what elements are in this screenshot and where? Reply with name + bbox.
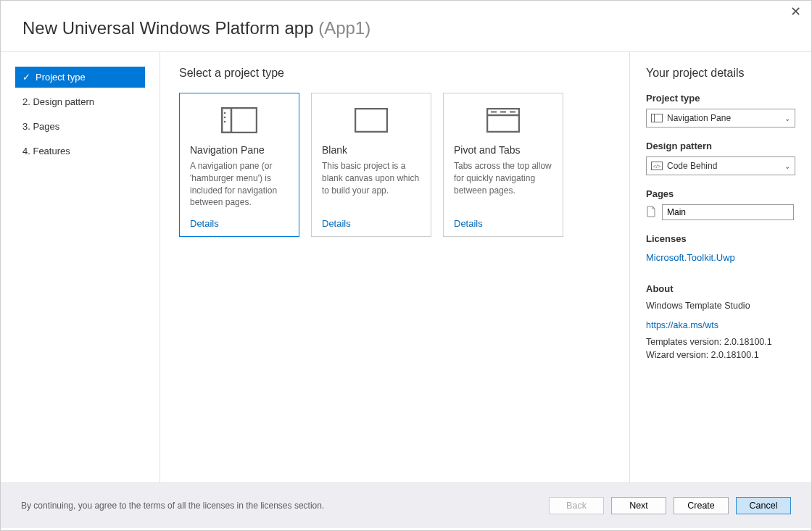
design-pattern-label: Design pattern — [646, 141, 795, 151]
create-button[interactable]: Create — [674, 497, 729, 514]
svg-rect-1 — [222, 108, 231, 133]
svg-point-3 — [224, 117, 226, 119]
about-name: Windows Template Studio — [646, 299, 795, 313]
card-title: Navigation Pane — [190, 144, 289, 156]
sidebar-item-label: 2. Design pattern — [22, 96, 94, 107]
pages-input[interactable] — [662, 204, 794, 220]
card-pivot-tabs[interactable]: Pivot and Tabs Tabs across the top allow… — [443, 93, 563, 237]
checkmark-icon: ✓ — [22, 72, 33, 83]
about-label: About — [646, 283, 795, 294]
project-type-label: Project type — [646, 93, 795, 104]
sidebar-item-label: 3. Pages — [22, 121, 59, 132]
document-icon — [646, 206, 658, 219]
details-heading: Your project details — [646, 67, 795, 80]
main-heading: Select a project type — [179, 67, 610, 80]
pages-label: Pages — [646, 188, 795, 199]
license-agreement-text: By continuing, you agree to the terms of… — [21, 501, 324, 511]
code-behind-mini-icon: </> — [651, 162, 663, 170]
close-button[interactable]: ✕ — [786, 4, 805, 20]
sidebar: ✓ Project type 2. Design pattern 3. Page… — [1, 52, 160, 482]
card-title: Pivot and Tabs — [454, 144, 552, 156]
card-desc: Tabs across the top allow for quickly na… — [454, 160, 552, 211]
sidebar-item-label: 4. Features — [22, 146, 70, 156]
about-url-link[interactable]: https://aka.ms/wts — [646, 319, 718, 333]
sidebar-item-design-pattern[interactable]: 2. Design pattern — [15, 91, 145, 112]
chevron-down-icon: ⌄ — [784, 114, 790, 122]
project-type-select[interactable]: Navigation Pane ⌄ — [646, 109, 795, 127]
sidebar-item-project-type[interactable]: ✓ Project type — [15, 67, 145, 88]
navigation-pane-icon — [190, 104, 289, 137]
svg-rect-11 — [652, 114, 663, 122]
templates-version: Templates version: 2.0.18100.1 — [646, 335, 795, 349]
card-details-link[interactable]: Details — [454, 218, 552, 229]
title-text: New Universal Windows Platform app — [22, 18, 313, 38]
design-pattern-select[interactable]: </> Code Behind ⌄ — [646, 156, 795, 175]
sidebar-item-label: Project type — [36, 72, 86, 83]
chevron-down-icon: ⌄ — [784, 162, 790, 170]
svg-rect-5 — [355, 109, 387, 132]
app-name: (App1) — [318, 18, 370, 38]
wizard-version: Wizard version: 2.0.18100.1 — [646, 348, 795, 362]
footer: By continuing, you agree to the terms of… — [1, 483, 811, 528]
project-type-value: Navigation Pane — [667, 113, 784, 123]
cancel-button[interactable]: Cancel — [736, 497, 791, 514]
svg-rect-12 — [652, 114, 655, 122]
main-area: Select a project type Navigation Pane A … — [160, 52, 630, 482]
svg-text:</>: </> — [653, 164, 660, 169]
details-pane: Your project details Project type Naviga… — [630, 52, 811, 482]
sidebar-item-features[interactable]: 4. Features — [15, 141, 145, 162]
svg-point-4 — [224, 121, 226, 123]
project-type-cards: Navigation Pane A navigation pane (or 'h… — [179, 93, 610, 237]
sidebar-item-pages[interactable]: 3. Pages — [15, 116, 145, 137]
card-navigation-pane[interactable]: Navigation Pane A navigation pane (or 'h… — [179, 93, 299, 237]
header: New Universal Windows Platform app (App1… — [1, 1, 811, 51]
navigation-pane-mini-icon — [651, 114, 663, 122]
blank-icon — [322, 104, 420, 137]
back-button: Back — [549, 497, 604, 514]
card-details-link[interactable]: Details — [322, 218, 420, 229]
card-desc: This basic project is a blank canvas upo… — [322, 160, 420, 211]
svg-point-2 — [224, 112, 226, 114]
next-button[interactable]: Next — [611, 497, 666, 514]
card-blank[interactable]: Blank This basic project is a blank canv… — [311, 93, 431, 237]
licenses-label: Licenses — [646, 233, 795, 244]
pivot-tabs-icon — [454, 104, 552, 137]
page-title: New Universal Windows Platform app (App1… — [22, 18, 370, 38]
card-details-link[interactable]: Details — [190, 218, 289, 229]
design-pattern-value: Code Behind — [667, 161, 784, 171]
card-title: Blank — [322, 144, 420, 156]
svg-rect-0 — [222, 108, 257, 133]
card-desc: A navigation pane (or 'hamburger menu') … — [190, 160, 289, 211]
license-link[interactable]: Microsoft.Toolkit.Uwp — [646, 252, 735, 263]
